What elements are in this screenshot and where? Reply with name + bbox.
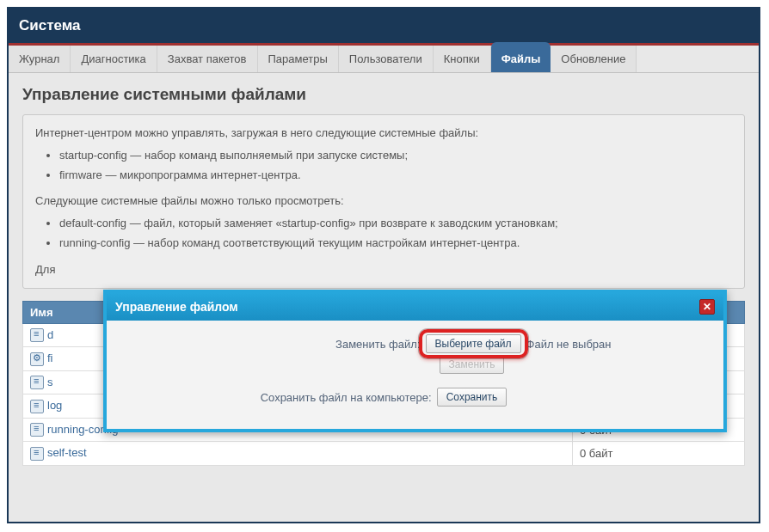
title-bar: Система	[9, 9, 759, 43]
file-doc-icon	[30, 328, 44, 342]
file-doc-icon	[30, 447, 44, 461]
app-window: Система Журнал Диагностика Захват пакето…	[7, 7, 760, 523]
no-file-text: Файл не выбран	[526, 338, 612, 351]
info-intro3: Для	[35, 260, 732, 279]
app-title: Система	[19, 17, 81, 34]
close-button[interactable]: ✕	[699, 299, 715, 315]
info-intro1: Интернет-центром можно управлять, загруж…	[35, 124, 732, 143]
replace-file-row: Заменить файл: Выберите файл Файл не выб…	[115, 334, 715, 353]
tab-files[interactable]: Файлы	[491, 42, 551, 72]
choose-file-wrapper: Выберите файл	[426, 334, 521, 353]
replace-file-label: Заменить файл:	[219, 338, 421, 351]
list-item: firmware — микропрограмма интернет-центр…	[59, 166, 732, 185]
list-item: startup-config — набор команд выполняемы…	[59, 146, 732, 165]
tab-packet-capture[interactable]: Захват пакетов	[157, 46, 258, 72]
modal-body: Заменить файл: Выберите файл Файл не выб…	[107, 321, 723, 407]
file-gear-icon	[30, 352, 44, 366]
tabs: Журнал Диагностика Захват пакетов Параме…	[9, 43, 759, 73]
tab-users[interactable]: Пользователи	[339, 46, 434, 72]
tab-diagnostics[interactable]: Диагностика	[71, 46, 157, 72]
save-file-row: Сохранить файл на компьютере: Сохранить	[115, 388, 715, 407]
info-box: Интернет-центром можно управлять, загруж…	[22, 114, 745, 289]
tab-parameters[interactable]: Параметры	[258, 46, 339, 72]
tab-journal[interactable]: Журнал	[9, 46, 71, 72]
info-list2: default-config — файл, который заменяет …	[35, 214, 732, 253]
tab-buttons[interactable]: Кнопки	[434, 46, 491, 72]
info-list1: startup-config — набор команд выполняемы…	[35, 146, 732, 185]
info-intro2: Следующие системные файлы можно только п…	[35, 192, 732, 211]
close-icon: ✕	[703, 302, 711, 312]
tab-update[interactable]: Обновление	[551, 46, 637, 72]
modal-header: Управление файлом ✕	[107, 293, 723, 321]
page-title: Управление системными файлами	[22, 85, 745, 104]
choose-file-button[interactable]: Выберите файл	[426, 334, 521, 353]
save-file-label: Сохранить файл на компьютере:	[231, 391, 432, 404]
file-doc-icon	[30, 376, 44, 389]
list-item: running-config — набор команд соответств…	[59, 234, 732, 253]
file-doc-icon	[30, 400, 44, 413]
save-button[interactable]: Сохранить	[437, 388, 508, 407]
file-doc-icon	[30, 423, 44, 437]
list-item: default-config — файл, который заменяет …	[59, 214, 732, 233]
modal-title: Управление файлом	[115, 300, 238, 314]
file-management-modal: Управление файлом ✕ Заменить файл: Выбер…	[103, 290, 727, 432]
replace-button[interactable]: Заменить	[440, 355, 505, 374]
table-row[interactable]: self-test0 байт	[23, 442, 745, 466]
replace-btn-row: Заменить	[115, 355, 715, 374]
